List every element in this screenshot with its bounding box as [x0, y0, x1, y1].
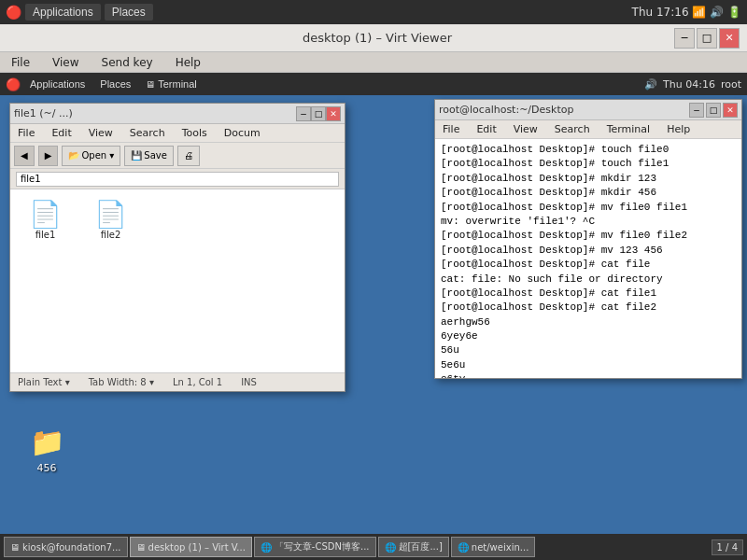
baidu-task-icon: 🌐 [385, 542, 396, 553]
inner-applications-menu[interactable]: Applications [24, 77, 91, 91]
term-content[interactable]: [root@localhost Desktop]# touch file0[ro… [435, 139, 741, 378]
fm-forward-btn[interactable]: ▶ [38, 146, 59, 166]
fm-status-ins: INS [241, 377, 257, 387]
menu-view[interactable]: View [47, 54, 84, 71]
fm-status-filetype[interactable]: Plain Text ▾ [18, 377, 70, 387]
fm-toolbar: ◀ ▶ 📂 Open ▾ 💾 Save 🖨 [10, 143, 345, 169]
fm-title: file1 (~/ ...) [14, 107, 73, 119]
fm-file-file1[interactable]: 📄 file1 [20, 199, 71, 240]
app-icon: 🔴 [6, 5, 21, 20]
volume-icon: 🔊 [710, 6, 724, 19]
term-line-5: mv: overwrite 'file1'? ^C [441, 215, 736, 229]
file1-file-icon: 📄 [29, 199, 62, 230]
fm-menu-edit[interactable]: Edit [48, 126, 75, 140]
term-menu-file[interactable]: File [439, 122, 463, 136]
applications-menu[interactable]: Applications [25, 4, 101, 21]
outer-task-baidu[interactable]: 🌐 超[百度...] [378, 537, 449, 557]
term-line-14: 56u [441, 343, 736, 357]
fm-menu-search[interactable]: Search [126, 126, 169, 140]
fm-file-file2[interactable]: 📄 file2 [85, 199, 136, 240]
save-icon: 💾 [131, 150, 142, 161]
file2-file-icon: 📄 [94, 199, 127, 230]
fm-close-btn[interactable]: ✕ [326, 106, 341, 121]
inner-user: root [721, 78, 741, 91]
fm-location-bar: file1 [10, 169, 345, 189]
virt-task-icon: 🖥 [136, 542, 146, 553]
outer-bottombar: 🖥 kiosk@foundation7... 🖥 desktop (1) – V… [0, 534, 747, 560]
fm-status-tabwidth[interactable]: Tab Width: 8 ▾ [89, 377, 154, 387]
fm-open-btn[interactable]: 📂 Open ▾ [62, 146, 120, 166]
desktop-icon-folder456[interactable]: 📁 456 [14, 423, 79, 474]
term-line-16: e6ty [441, 372, 736, 378]
system-bar-right: Thu 17:16 📶 🔊 🔋 [632, 6, 741, 19]
term-maximize-btn[interactable]: □ [706, 103, 721, 118]
kiosk-task-icon: 🖥 [10, 542, 20, 553]
system-bar-left: 🔴 Applications Places [6, 4, 153, 21]
term-line-3: [root@localhost Desktop]# mkdir 456 [441, 186, 736, 200]
battery-icon: 🔋 [727, 6, 741, 19]
term-line-2: [root@localhost Desktop]# mkdir 123 [441, 172, 736, 186]
fm-menu-view[interactable]: View [85, 126, 117, 140]
menu-help[interactable]: Help [170, 54, 206, 71]
inner-places-menu[interactable]: Places [94, 77, 136, 91]
menu-sendkey[interactable]: Send key [96, 54, 159, 71]
outer-task-weixin[interactable]: 🌐 net/weixin... [451, 537, 535, 557]
folder-open-icon: 📂 [68, 150, 79, 161]
term-line-1: [root@localhost Desktop]# touch file1 [441, 157, 736, 171]
file1-file-label: file1 [35, 230, 56, 240]
term-line-15: 5e6u [441, 358, 736, 372]
fm-content: 📄 file1 📄 file2 [10, 189, 345, 372]
menu-file[interactable]: File [6, 54, 35, 71]
fm-minimize-btn[interactable]: − [296, 106, 311, 121]
places-menu[interactable]: Places [105, 4, 153, 21]
fm-print-btn[interactable]: 🖨 [177, 146, 200, 166]
minimize-button[interactable]: − [674, 28, 695, 49]
fm-statusbar: Plain Text ▾ Tab Width: 8 ▾ Ln 1, Col 1 … [10, 372, 345, 391]
fm-location-input[interactable]: file1 [16, 172, 339, 187]
outer-pager[interactable]: 1 / 4 [712, 539, 743, 555]
term-line-7: [root@localhost Desktop]# mv 123 456 [441, 244, 736, 258]
term-line-8: [root@localhost Desktop]# cat file [441, 258, 736, 272]
fm-back-btn[interactable]: ◀ [14, 146, 35, 166]
term-menu-search[interactable]: Search [551, 122, 594, 136]
window-title: desktop (1) – Virt Viewer [82, 31, 672, 45]
csdn-task-icon: 🌐 [261, 542, 272, 553]
close-button[interactable]: ✕ [719, 28, 740, 49]
wifi-icon: 📶 [692, 6, 706, 19]
term-line-11: [root@localhost Desktop]# cat file2 [441, 301, 736, 315]
term-close-btn[interactable]: ✕ [723, 103, 738, 118]
maximize-button[interactable]: □ [697, 28, 717, 49]
virt-viewer-window: desktop (1) – Virt Viewer − □ ✕ File Vie… [0, 24, 747, 560]
fm-save-btn[interactable]: 💾 Save [124, 146, 174, 166]
term-line-10: [root@localhost Desktop]# cat file1 [441, 287, 736, 301]
outer-task-virt[interactable]: 🖥 desktop (1) – Virt V... [130, 537, 252, 557]
term-minimize-btn[interactable]: − [689, 103, 704, 118]
outer-task-kiosk[interactable]: 🖥 kiosk@foundation7... [4, 537, 128, 557]
folder456-icon: 📁 [28, 423, 65, 460]
term-title: root@localhost:~/Desktop [439, 104, 573, 116]
inner-topbar-left: 🔴 Applications Places 🖥 Terminal [6, 77, 203, 91]
fm-menu-file[interactable]: File [14, 126, 38, 140]
fm-menu-tools[interactable]: Tools [178, 126, 211, 140]
fm-maximize-btn[interactable]: □ [311, 106, 326, 121]
inner-volume-icon: 🔊 [644, 78, 657, 91]
window-titlebar: desktop (1) – Virt Viewer − □ ✕ [0, 24, 747, 52]
term-menu-view[interactable]: View [510, 122, 542, 136]
inner-clock: Thu 04:16 [663, 78, 715, 91]
outer-task-csdn[interactable]: 🌐 「写文章-CSDN博客... [254, 537, 376, 557]
term-menu-terminal[interactable]: Terminal [603, 122, 655, 136]
term-menubar: File Edit View Search Terminal Help [435, 120, 741, 139]
clock: Thu 17:16 [632, 6, 689, 19]
term-line-4: [root@localhost Desktop]# mv file0 file1 [441, 201, 736, 215]
fm-menu-docum[interactable]: Docum [220, 126, 264, 140]
weixin-task-icon: 🌐 [458, 542, 469, 553]
folder456-label: 456 [37, 462, 57, 474]
fm-titlebar: file1 (~/ ...) − □ ✕ [10, 104, 345, 124]
window-menubar: File View Send key Help [0, 52, 747, 73]
file2-file-label: file2 [101, 230, 121, 240]
file-manager-window: file1 (~/ ...) − □ ✕ File Edit View Sear… [9, 103, 345, 392]
term-line-0: [root@localhost Desktop]# touch file0 [441, 143, 736, 157]
term-menu-edit[interactable]: Edit [472, 122, 500, 136]
term-menu-help[interactable]: Help [663, 122, 694, 136]
inner-terminal-menu[interactable]: 🖥 Terminal [140, 77, 202, 91]
